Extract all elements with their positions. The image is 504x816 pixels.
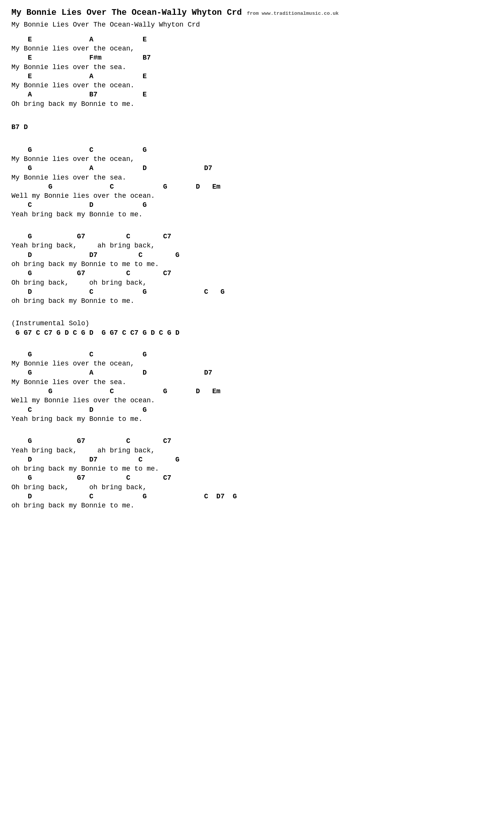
section-intro: E A EMy Bonnie lies over the ocean, E F#… xyxy=(11,35,493,109)
line-chorus1-4: G G7 C C7 xyxy=(11,269,493,278)
line-chorus2-5: Oh bring back, oh bring back, xyxy=(11,483,493,492)
section-gap-4 xyxy=(11,344,493,350)
line-intro-5: My Bonnie lies over the ocean. xyxy=(11,81,493,90)
line-chorus1-1: Yeah bring back, ah bring back, xyxy=(11,241,493,250)
standalone-chords-standalone1: B7 D xyxy=(11,122,493,133)
line-chorus2-7: oh bring back my Bonnie to me. xyxy=(11,501,493,510)
line-verse3-6: C D G xyxy=(11,406,493,414)
section-gap-2 xyxy=(11,226,493,232)
line-chorus2-4: G G7 C C7 xyxy=(11,474,493,482)
line-verse2-2: G A D D7 xyxy=(11,164,493,173)
line-verse2-1: My Bonnie lies over the ocean, xyxy=(11,154,493,164)
line-intro-6: A B7 E xyxy=(11,90,493,99)
line-verse3-0: G C G xyxy=(11,350,493,359)
line-verse3-2: G A D D7 xyxy=(11,369,493,377)
line-verse3-7: Yeah bring back my Bonnie to me. xyxy=(11,414,493,424)
line-intro-3: My Bonnie lies over the sea. xyxy=(11,63,493,72)
line-chorus1-5: Oh bring back, oh bring back, xyxy=(11,278,493,288)
watermark: from www.traditionalmusic.co.uk xyxy=(247,11,339,16)
section-verse3: G C GMy Bonnie lies over the ocean, G A … xyxy=(11,350,493,424)
line-chorus2-2: D D7 C G xyxy=(11,455,493,464)
line-verse2-4: G C G D Em xyxy=(11,183,493,191)
line-chorus2-3: oh bring back my Bonnie to me to me. xyxy=(11,464,493,474)
line-chorus1-3: oh bring back my Bonnie to me to me. xyxy=(11,260,493,269)
section-gap-0 xyxy=(11,116,493,122)
section-verse2: G C GMy Bonnie lies over the ocean, G A … xyxy=(11,146,493,219)
section-instrumental: (Instrumental Solo) G G7 C C7 G D C G D … xyxy=(11,319,493,337)
line-chorus1-0: G G7 C C7 xyxy=(11,232,493,241)
line-verse2-7: Yeah bring back my Bonnie to me. xyxy=(11,210,493,219)
line-intro-2: E F#m B7 xyxy=(11,54,493,62)
line-intro-1: My Bonnie lies over the ocean, xyxy=(11,44,493,54)
line-verse3-5: Well my Bonnie lies over the ocean. xyxy=(11,396,493,405)
title-text: My Bonnie Lies Over The Ocean-Wally Whyt… xyxy=(11,8,242,17)
section-gap-5 xyxy=(11,431,493,437)
line-chorus2-0: G G7 C C7 xyxy=(11,437,493,446)
line-chorus2-1: Yeah bring back, ah bring back, xyxy=(11,446,493,455)
line-intro-7: Oh bring back my Bonnie to me. xyxy=(11,99,493,109)
line-verse2-3: My Bonnie lies over the sea. xyxy=(11,173,493,183)
line-verse2-6: C D G xyxy=(11,201,493,210)
line-chorus1-2: D D7 C G xyxy=(11,251,493,260)
page-title: My Bonnie Lies Over The Ocean-Wally Whyt… xyxy=(11,8,493,19)
line-verse3-4: G C G D Em xyxy=(11,387,493,396)
section-gap-1 xyxy=(11,140,493,146)
line-chorus2-6: D C G C D7 G xyxy=(11,492,493,501)
line-verse3-3: My Bonnie lies over the sea. xyxy=(11,378,493,387)
section-standalone1: B7 D xyxy=(11,122,493,133)
content: E A EMy Bonnie lies over the ocean, E F#… xyxy=(11,35,493,511)
line-verse2-5: Well my Bonnie lies over the ocean. xyxy=(11,191,493,201)
line-intro-0: E A E xyxy=(11,35,493,44)
section-chorus2: G G7 C C7Yeah bring back, ah bring back,… xyxy=(11,437,493,510)
line-instrumental-1: G G7 C C7 G D C G D G G7 C C7 G D C G D xyxy=(11,329,493,337)
section-gap-3 xyxy=(11,313,493,319)
subtitle: My Bonnie Lies Over The Ocean-Wally Whyt… xyxy=(11,21,493,28)
line-verse2-0: G C G xyxy=(11,146,493,154)
line-chorus1-7: oh bring back my Bonnie to me. xyxy=(11,296,493,306)
section-chorus1: G G7 C C7Yeah bring back, ah bring back,… xyxy=(11,232,493,306)
line-intro-4: E A E xyxy=(11,72,493,81)
line-chorus1-6: D C G C G xyxy=(11,288,493,296)
line-verse3-1: My Bonnie lies over the ocean, xyxy=(11,359,493,369)
line-instrumental-0: (Instrumental Solo) xyxy=(11,319,493,328)
